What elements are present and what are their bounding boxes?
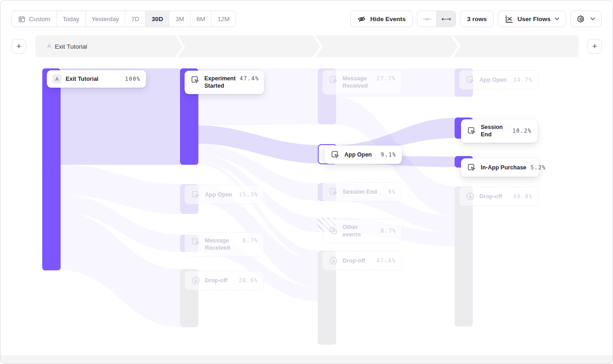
- event-icon: [328, 187, 338, 197]
- node-card-message-received-col2[interactable]: Message Received 8.7%: [185, 232, 264, 257]
- chevron-down-icon: [555, 17, 559, 20]
- event-icon: [328, 75, 338, 85]
- step-a-badge: A: [52, 74, 62, 84]
- rows-button[interactable]: 3 rows: [460, 11, 494, 27]
- gear-icon: [577, 15, 585, 23]
- node-card-exit-tutorial[interactable]: A Exit Tutorial 100%: [47, 70, 146, 88]
- collapse-columns-button[interactable]: →←: [417, 11, 437, 27]
- settings-button[interactable]: [570, 11, 602, 27]
- event-icon: [190, 75, 200, 85]
- chevron-down-icon: [591, 17, 595, 20]
- node-card-drop-off-col3[interactable]: Drop-off 47.4%: [322, 251, 402, 270]
- arrows-inward-icon: →←: [422, 16, 432, 22]
- add-step-left-button[interactable]: +: [11, 39, 26, 54]
- node-card-drop-off-col4[interactable]: Drop-off 69.8%: [459, 187, 539, 206]
- funnel-step-4[interactable]: [453, 35, 579, 57]
- date-range-selector: Custom Today Yesterday 7D 30D 3M 6M 12M: [11, 11, 236, 27]
- node-bar-drop-off-col4[interactable]: [455, 186, 473, 326]
- node-card-in-app-purchase-col4[interactable]: In-App Purchase 5.2%: [461, 158, 539, 177]
- funnel-step-a[interactable]: A Exit Tutorial: [35, 35, 182, 57]
- event-icon: [465, 75, 475, 85]
- date-range-7d[interactable]: 7D: [125, 11, 145, 27]
- toolbar-right: Hide Events →← ←→ 3 rows: [350, 11, 602, 27]
- add-step-right-button[interactable]: +: [587, 39, 602, 54]
- flow-experiment-started-to-app-open: [198, 125, 318, 163]
- arrows-outward-icon: ←→: [441, 16, 450, 22]
- drop-off-icon: [465, 191, 475, 202]
- user-flows-app: Custom Today Yesterday 7D 30D 3M 6M 12M …: [0, 0, 613, 364]
- date-range-12m[interactable]: 12M: [211, 11, 236, 27]
- hide-events-label: Hide Events: [370, 16, 405, 22]
- drop-off-icon: [328, 256, 338, 266]
- event-icon: [191, 190, 201, 200]
- node-card-drop-off-col2[interactable]: Drop-off 28.6%: [185, 271, 264, 290]
- node-card-app-open-col2[interactable]: App Open 15.3%: [185, 185, 264, 204]
- event-icon: [191, 237, 201, 247]
- node-bar-exit-tutorial[interactable]: [42, 68, 61, 270]
- funnel-step-3[interactable]: [315, 35, 458, 57]
- date-range-30d[interactable]: 30D: [145, 11, 169, 27]
- node-card-session-end-col3[interactable]: Session End 9%: [322, 182, 402, 202]
- date-range-custom[interactable]: Custom: [12, 11, 56, 27]
- toolbar: Custom Today Yesterday 7D 30D 3M 6M 12M …: [11, 11, 602, 27]
- node-card-message-received-col3[interactable]: Message Received 27.7%: [322, 70, 402, 95]
- node-card-session-end-col4[interactable]: Session End 10.2%: [461, 119, 537, 143]
- expand-columns-button[interactable]: ←→: [436, 11, 456, 27]
- node-card-app-open-col4[interactable]: App Open 14.7%: [459, 70, 539, 90]
- date-range-3m[interactable]: 3M: [169, 11, 190, 27]
- user-flows-chart-icon: [505, 15, 513, 23]
- event-icon: [467, 126, 477, 136]
- step-badge: A: [47, 43, 51, 50]
- drop-off-icon: [191, 275, 201, 286]
- date-range-6m[interactable]: 6M: [190, 11, 211, 27]
- date-range-yesterday[interactable]: Yesterday: [85, 11, 125, 27]
- funnel-step-2[interactable]: [178, 35, 320, 57]
- step-name: Exit Tutorial: [55, 43, 87, 50]
- node-card-app-open-col3[interactable]: App Open 9.1%: [325, 146, 402, 164]
- other-events-icon: [328, 226, 338, 236]
- event-icon: [330, 150, 340, 160]
- node-card-other-events-col3[interactable]: Other events 6.7%: [322, 219, 402, 243]
- event-icon: [467, 162, 477, 173]
- view-selector-label: User Flows: [517, 16, 551, 22]
- date-range-today[interactable]: Today: [56, 11, 85, 27]
- rows-label: 3 rows: [467, 16, 487, 22]
- collapse-expand-toggle: →← ←→: [417, 11, 456, 27]
- eye-off-icon: [357, 15, 366, 23]
- hide-events-button[interactable]: Hide Events: [350, 11, 412, 27]
- calendar-icon: [18, 15, 26, 23]
- bottom-scrollbar-strip[interactable]: [0, 356, 613, 364]
- date-range-label: Custom: [29, 16, 51, 22]
- view-selector-button[interactable]: User Flows: [498, 11, 566, 27]
- node-card-experiment-started[interactable]: Experiment Started 47.4%: [185, 71, 264, 94]
- funnel-step-a-label: A Exit Tutorial: [35, 35, 182, 57]
